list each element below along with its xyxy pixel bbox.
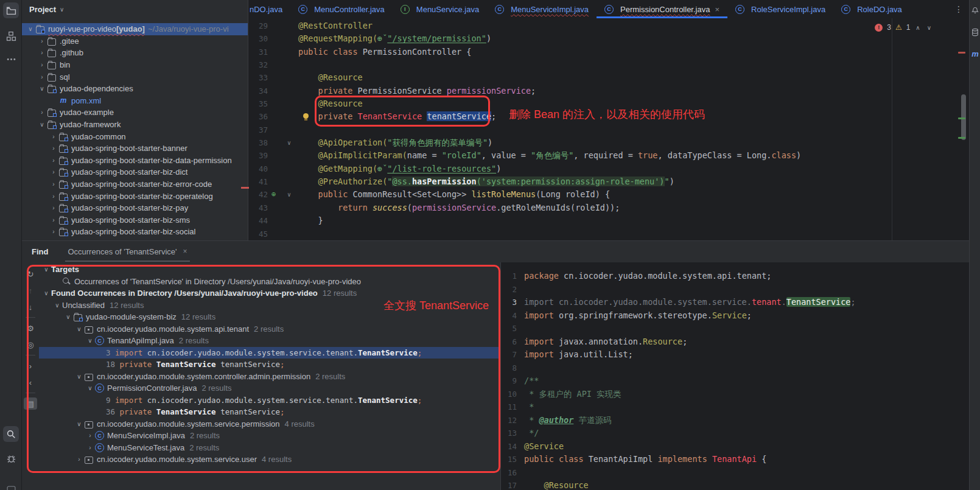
- tree-chevron-icon[interactable]: ›: [49, 217, 58, 223]
- tree-chevron-icon[interactable]: ∨: [63, 313, 73, 320]
- tree-row[interactable]: ›bin: [22, 59, 248, 71]
- find-group-row[interactable]: ›CMenuServiceImpl.java2 results: [39, 430, 502, 442]
- editor-tab[interactable]: CPermissionController.java×: [597, 0, 727, 18]
- editor-tab[interactable]: CMenuController.java: [290, 0, 393, 18]
- find-result-row[interactable]: 18 private TenantService tenantService;: [39, 359, 502, 371]
- find-result-row[interactable]: 9 import cn.iocoder.yudao.module.system.…: [39, 394, 502, 407]
- rerun-search-icon[interactable]: ↻: [24, 268, 37, 280]
- code-lines[interactable]: 29@RestController30@RequestMapping(⊕ˇ"/s…: [248, 19, 969, 240]
- more-tools-icon[interactable]: [3, 51, 19, 67]
- tree-chevron-icon[interactable]: ∨: [74, 373, 84, 380]
- editor-tab[interactable]: nDO.java: [248, 0, 290, 18]
- fold-arrow-icon[interactable]: ∨: [287, 188, 291, 201]
- next-occurrence-icon[interactable]: ↓: [24, 301, 37, 313]
- find-group-row[interactable]: ∨Targets: [39, 264, 502, 276]
- find-results-tab[interactable]: Occurrences of 'TenantService' ×: [65, 241, 189, 262]
- code-lines[interactable]: 1package cn.iocoder.yudao.module.system.…: [501, 270, 969, 490]
- expand-all-icon[interactable]: ›: [24, 360, 37, 372]
- settings-gear-icon[interactable]: ⚙: [24, 322, 37, 334]
- preview-eye-icon[interactable]: ◎: [24, 338, 37, 351]
- find-group-row[interactable]: ›cn.iocoder.yudao.module.system.service.…: [39, 453, 502, 466]
- collapse-all-icon[interactable]: ‹: [24, 376, 37, 388]
- previous-occurrence-icon[interactable]: ↑: [24, 284, 37, 296]
- tree-chevron-icon[interactable]: ›: [74, 456, 84, 463]
- tree-row[interactable]: ›yudao-spring-boot-starter-biz-error-cod…: [22, 178, 248, 191]
- find-group-row[interactable]: ∨cn.iocoder.yudao.module.system.api.tena…: [39, 323, 502, 335]
- close-icon[interactable]: ×: [183, 247, 187, 256]
- preview-editor[interactable]: 1package cn.iocoder.yudao.module.system.…: [500, 262, 969, 490]
- tab-list-more-icon[interactable]: ⋮: [948, 0, 969, 18]
- find-group-row[interactable]: ∨cn.iocoder.yudao.module.system.service.…: [39, 418, 502, 430]
- tree-row[interactable]: ›yudao-common: [22, 130, 248, 142]
- maven-icon[interactable]: m: [970, 49, 980, 58]
- tree-chevron-icon[interactable]: ›: [49, 145, 58, 152]
- debug-bug-icon[interactable]: [3, 450, 19, 466]
- find-group-row[interactable]: ∨CTenantApiImpl.java2 results: [39, 335, 502, 347]
- tree-chevron-icon[interactable]: ›: [49, 169, 58, 175]
- tree-chevron-icon[interactable]: ∨: [85, 385, 95, 391]
- next-error-button[interactable]: ∨: [926, 24, 933, 31]
- tree-chevron-icon[interactable]: ∨: [74, 421, 84, 427]
- tree-chevron-icon[interactable]: ›: [49, 193, 58, 200]
- tree-chevron-icon[interactable]: ∨: [74, 326, 84, 332]
- find-result-row[interactable]: 36 private TenantService tenantService;: [39, 406, 502, 418]
- tree-chevron-icon[interactable]: ›: [49, 157, 58, 164]
- tree-row[interactable]: ›yudao-spring-boot-starter-biz-sms: [22, 214, 248, 226]
- tree-chevron-icon[interactable]: ∨: [26, 26, 35, 32]
- tree-chevron-icon[interactable]: ∨: [41, 290, 51, 296]
- tree-row[interactable]: ∨yudao-framework: [22, 119, 248, 131]
- tree-chevron-icon[interactable]: ∨: [41, 266, 51, 273]
- tree-row[interactable]: ›yudao-spring-boot-starter-banner: [22, 142, 248, 155]
- project-panel-header[interactable]: Project ∨: [22, 0, 248, 18]
- tree-row[interactable]: ›.gitee: [22, 35, 248, 47]
- database-icon[interactable]: [970, 27, 980, 37]
- tree-chevron-icon[interactable]: ∨: [85, 337, 95, 344]
- find-group-row[interactable]: ∨CPermissionController.java2 results: [39, 382, 502, 394]
- structure-icon[interactable]: [3, 28, 19, 44]
- tree-chevron-icon[interactable]: ∨: [37, 121, 47, 128]
- tree-row[interactable]: ›yudao-spring-boot-starter-biz-pay: [22, 202, 248, 214]
- tree-chevron-icon[interactable]: ›: [37, 109, 47, 116]
- search-icon[interactable]: [3, 426, 19, 442]
- editor-tab[interactable]: IMenuService.java: [393, 0, 487, 18]
- prev-error-button[interactable]: ∧: [914, 24, 921, 31]
- tree-chevron-icon[interactable]: ›: [37, 61, 47, 68]
- tree-chevron-icon[interactable]: ∨: [37, 85, 47, 92]
- tree-chevron-icon[interactable]: ›: [49, 133, 58, 140]
- tree-row[interactable]: mpom.xml: [22, 95, 248, 107]
- editor-tab[interactable]: CRoleServiceImpl.java: [727, 0, 833, 18]
- fold-arrow-icon[interactable]: ∨: [287, 136, 291, 149]
- rest-api-globe-icon[interactable]: ⊕: [271, 188, 276, 201]
- tree-chevron-icon[interactable]: ›: [37, 38, 47, 44]
- tree-chevron-icon[interactable]: ›: [49, 228, 58, 235]
- tree-row[interactable]: ›yudao-spring-boot-starter-biz-operatelo…: [22, 190, 248, 202]
- find-group-row[interactable]: Occurrences of 'TenantService' in Direct…: [39, 276, 502, 288]
- editor-tab[interactable]: CRoleDO.java: [833, 0, 910, 18]
- tree-row[interactable]: ∨ruoyi-vue-pro-video [yudao]~/Java/ruoyi…: [22, 23, 248, 35]
- bottom-partial-icon[interactable]: [3, 482, 19, 490]
- tree-chevron-icon[interactable]: ›: [85, 444, 95, 451]
- find-group-row[interactable]: ›CMenuServiceTest.java2 results: [39, 442, 502, 454]
- close-icon[interactable]: ×: [715, 5, 719, 14]
- tree-row[interactable]: ∨yudao-dependencies: [22, 83, 248, 95]
- tree-chevron-icon[interactable]: ∨: [52, 302, 62, 309]
- tree-row[interactable]: ›.github: [22, 47, 248, 59]
- tree-row[interactable]: ›yudao-spring-boot-starter-biz-social: [22, 226, 248, 238]
- project-tool-icon[interactable]: [3, 2, 19, 18]
- code-editor[interactable]: 29@RestController30@RequestMapping(⊕ˇ"/s…: [248, 18, 969, 240]
- tree-row[interactable]: ›yudao-spring-boot-starter-biz-dict: [22, 166, 248, 178]
- notifications-bell-icon[interactable]: [970, 5, 980, 15]
- tree-row[interactable]: ›sql: [22, 71, 248, 83]
- tree-chevron-icon[interactable]: ›: [49, 181, 58, 187]
- preview-panel-icon[interactable]: ▤: [24, 397, 37, 410]
- tree-chevron-icon[interactable]: ›: [49, 205, 58, 211]
- tree-chevron-icon[interactable]: ›: [85, 432, 95, 439]
- find-group-row[interactable]: ∨Found Occurrences in Directory /Users/y…: [39, 287, 502, 299]
- find-result-row[interactable]: 3 import cn.iocoder.yudao.module.system.…: [39, 347, 502, 359]
- tree-chevron-icon[interactable]: ›: [37, 74, 47, 80]
- tree-row[interactable]: ›yudao-example: [22, 107, 248, 119]
- tree-chevron-icon[interactable]: ›: [37, 49, 47, 56]
- editor-tab[interactable]: CMenuServiceImpl.java: [487, 0, 597, 18]
- find-group-row[interactable]: ∨cn.iocoder.yudao.module.system.controll…: [39, 371, 502, 383]
- tree-row[interactable]: ›yudao-spring-boot-starter-biz-data-perm…: [22, 155, 248, 167]
